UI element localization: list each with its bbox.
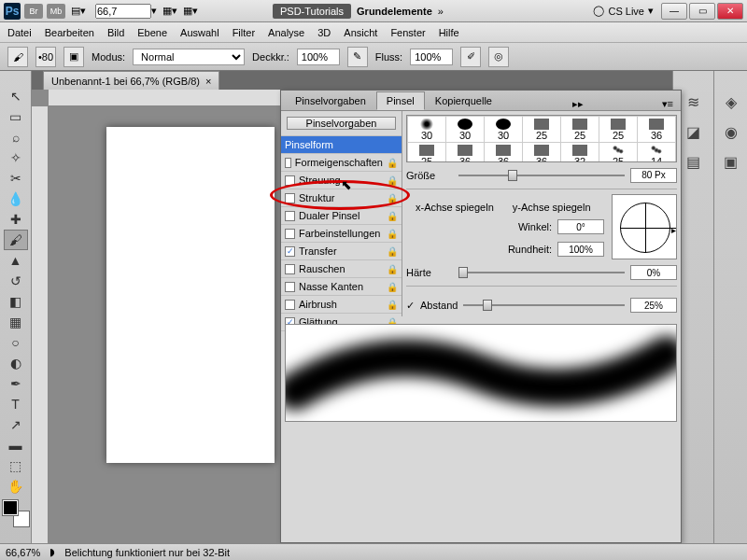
- styles-icon[interactable]: ◉: [719, 119, 743, 144]
- brush-option-0[interactable]: Pinselform: [281, 135, 402, 153]
- brush-option-6[interactable]: ✓Transfer🔒: [281, 242, 402, 259]
- size-slider[interactable]: [458, 169, 625, 182]
- dodge-tool[interactable]: ◐: [4, 353, 28, 373]
- bridge-button[interactable]: Br: [24, 4, 43, 19]
- option-checkbox[interactable]: [285, 300, 295, 310]
- move-tool[interactable]: ↖: [4, 86, 28, 106]
- color-icon[interactable]: ◈: [719, 90, 743, 114]
- cslive-label[interactable]: CS Live: [608, 6, 644, 17]
- menu-ansicht[interactable]: Ansicht: [344, 27, 377, 38]
- gradient-tool[interactable]: ▦: [4, 312, 28, 332]
- abstand-checkbox[interactable]: ✓: [406, 300, 415, 312]
- option-checkbox[interactable]: [285, 193, 295, 203]
- brush-tip[interactable]: 30: [485, 117, 523, 143]
- type-tool[interactable]: T: [4, 394, 28, 414]
- brush-tip[interactable]: 25: [408, 143, 446, 162]
- path-tool[interactable]: ↗: [4, 414, 28, 435]
- preset-button[interactable]: Pinselvorgaben: [287, 117, 396, 130]
- option-checkbox[interactable]: [285, 158, 291, 168]
- menu-filter[interactable]: Filter: [233, 27, 255, 38]
- menu-fenster[interactable]: Fenster: [390, 27, 425, 38]
- menu-analyse[interactable]: Analyse: [268, 27, 304, 38]
- menu-auswahl[interactable]: Auswahl: [180, 27, 219, 38]
- status-zoom[interactable]: 66,67%: [6, 547, 40, 558]
- tool-preset-icon[interactable]: 🖌: [7, 47, 28, 67]
- option-checkbox[interactable]: [285, 211, 295, 221]
- workspace-psdtutorials[interactable]: PSD-Tutorials: [273, 4, 351, 19]
- abstand-slider[interactable]: [463, 299, 625, 312]
- minimize-button[interactable]: —: [661, 3, 687, 20]
- brush-option-2[interactable]: Streuung🔒: [281, 171, 402, 189]
- swatches-icon1[interactable]: ≋: [682, 90, 706, 114]
- brush-option-7[interactable]: Rauschen🔒: [281, 259, 402, 277]
- screenmode-icon[interactable]: ▤▾: [69, 4, 88, 19]
- tablet-opacity-icon[interactable]: ✎: [347, 47, 368, 67]
- brush-option-4[interactable]: Dualer Pinsel🔒: [281, 206, 402, 224]
- brush-preset-button[interactable]: •80: [35, 47, 56, 67]
- tablet-size-icon[interactable]: ◎: [488, 47, 509, 67]
- brush-tip-grid[interactable]: 3030302525253625363636322514242739465911…: [406, 115, 677, 162]
- lasso-tool[interactable]: ⌕: [4, 127, 28, 147]
- brush-panel-toggle[interactable]: ▣: [63, 47, 84, 67]
- brush-tip[interactable]: 36: [446, 143, 485, 162]
- stamp-tool[interactable]: ▲: [4, 250, 28, 271]
- brush-tool[interactable]: 🖌: [4, 230, 28, 250]
- workspace-more-icon[interactable]: »: [438, 6, 444, 17]
- layers-icon[interactable]: ▤: [682, 149, 706, 174]
- zoom-chevron-icon[interactable]: ▾: [151, 5, 157, 17]
- panel-collapse-icon[interactable]: ▸▸: [565, 98, 591, 110]
- option-checkbox[interactable]: [285, 282, 295, 292]
- tab-close-icon[interactable]: ×: [205, 76, 211, 87]
- document-tab[interactable]: Unbenannt-1 bei 66,7% (RGB/8) ×: [43, 71, 219, 90]
- cslive-chevron-icon[interactable]: ▾: [648, 5, 654, 17]
- brush-tip[interactable]: 32: [561, 143, 599, 162]
- adjustments-icon[interactable]: ◪: [682, 119, 706, 144]
- zoom-input[interactable]: [95, 4, 151, 19]
- brush-tip[interactable]: 36: [638, 117, 676, 143]
- airbrush-icon[interactable]: ✐: [460, 47, 481, 67]
- option-checkbox[interactable]: [285, 264, 295, 274]
- panel-menu-icon[interactable]: ▾≡: [655, 98, 681, 110]
- option-checkbox[interactable]: ✓: [285, 246, 295, 257]
- menu-ebene[interactable]: Ebene: [137, 27, 167, 38]
- canvas[interactable]: [106, 127, 275, 463]
- angle-control[interactable]: ▸: [612, 194, 677, 259]
- healing-tool[interactable]: ✚: [4, 209, 28, 230]
- eyedropper-tool[interactable]: 💧: [4, 189, 28, 209]
- brush-option-1[interactable]: Formeigenschaften🔒: [281, 153, 402, 171]
- brush-tip[interactable]: 30: [446, 117, 485, 143]
- marquee-tool[interactable]: ▭: [4, 106, 28, 127]
- brush-tip[interactable]: 25: [599, 117, 638, 143]
- workspace-grundelemente[interactable]: Grundelemente: [357, 6, 432, 17]
- brush-option-3[interactable]: Struktur🔒: [281, 189, 402, 206]
- brush-tip[interactable]: 25: [561, 117, 599, 143]
- shape-tool[interactable]: ▬: [4, 435, 28, 455]
- wand-tool[interactable]: ✧: [4, 147, 28, 168]
- brush-tip[interactable]: 25: [599, 143, 638, 162]
- arrange-icon[interactable]: ▦▾: [183, 5, 198, 17]
- color-swatches[interactable]: [3, 500, 29, 526]
- menu-3d[interactable]: 3D: [317, 27, 331, 38]
- brush-tip[interactable]: 30: [408, 117, 446, 143]
- 3d-tool[interactable]: ⬚: [4, 455, 28, 476]
- crop-tool[interactable]: ✂: [4, 168, 28, 189]
- menu-datei[interactable]: Datei: [7, 27, 32, 38]
- winkel-input[interactable]: [557, 219, 604, 234]
- haerte-slider[interactable]: [458, 266, 625, 279]
- hand-tool[interactable]: ✋: [4, 476, 28, 497]
- option-checkbox[interactable]: [285, 175, 295, 186]
- tab-kopierquelle[interactable]: Kopierquelle: [425, 91, 502, 110]
- close-button[interactable]: ✕: [717, 3, 743, 20]
- eraser-tool[interactable]: ◧: [4, 291, 28, 312]
- brush-option-8[interactable]: Nasse Kanten🔒: [281, 277, 402, 295]
- tab-pinselvorgaben[interactable]: Pinselvorgaben: [285, 91, 376, 110]
- brush-option-9[interactable]: Airbrush🔒: [281, 295, 402, 313]
- deckk-input[interactable]: [297, 49, 340, 65]
- blur-tool[interactable]: ○: [4, 332, 28, 353]
- haerte-input[interactable]: [630, 265, 677, 280]
- size-input[interactable]: [630, 168, 677, 183]
- fluss-input[interactable]: [410, 49, 453, 65]
- rundheit-input[interactable]: [557, 242, 604, 257]
- brush-tip[interactable]: 25: [523, 117, 561, 143]
- history-brush-tool[interactable]: ↺: [4, 271, 28, 291]
